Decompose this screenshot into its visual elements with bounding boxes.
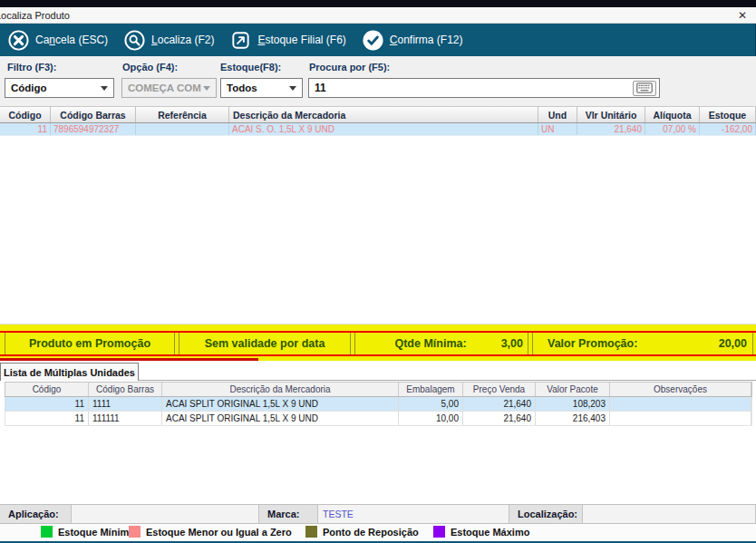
column-header[interactable]: Embalagem: [399, 383, 463, 396]
legend-reorder-point: Ponto de Reposição: [305, 526, 419, 538]
localizacao-field[interactable]: [582, 505, 756, 523]
keyboard-icon: [636, 82, 653, 93]
units-grid-header: Código Código Barras Descrição da Mercad…: [5, 382, 752, 397]
promo-status: Produto em Promoção: [5, 333, 175, 354]
search-icon: [123, 29, 146, 52]
filtro-select[interactable]: Código: [5, 78, 114, 98]
legend-max-stock: Estoque Máximo: [433, 526, 529, 538]
promo-value: Valor Promoção: 20,00: [532, 333, 753, 354]
branch-stock-button[interactable]: Estoque Filial (F6): [229, 29, 345, 52]
olive-swatch-icon: [305, 526, 317, 538]
salmon-swatch-icon: [129, 526, 141, 538]
results-grid: Código Código Barras Referência Descriçã…: [0, 106, 756, 325]
keyboard-button[interactable]: [633, 81, 656, 96]
opcao-label: Opção (F4):: [122, 62, 178, 73]
localiza-produto-window: Localiza Produto ✕ Cancela (ESC) Localiz…: [0, 0, 756, 543]
table-row[interactable]: 11 1111 ACAI SPLIT ORIGINAL 1,5L X 9 UND…: [5, 397, 752, 412]
promo-value-amount: 20,00: [719, 337, 747, 350]
opcao-select: COMEÇA COM: [121, 78, 217, 98]
tab-strip: Lista de Múltiplas Unidades: [0, 361, 756, 381]
search-button[interactable]: Localiza (F2): [123, 29, 214, 52]
confirm-button[interactable]: Confirma (F12): [362, 29, 463, 52]
close-icon[interactable]: ✕: [738, 10, 747, 21]
column-header[interactable]: Vlr Unitário: [577, 107, 645, 122]
estoque-label: Estoque(F8):: [220, 62, 281, 73]
aplicacao-field[interactable]: [71, 505, 259, 523]
promo-validity: Sem validade por data: [179, 333, 351, 354]
column-header[interactable]: Und: [538, 107, 577, 122]
legend-bar: Estoque Mínimo Estoque Menor ou Igual a …: [0, 524, 756, 541]
legend-stock-below-zero: Estoque Menor ou Igual a Zero: [129, 526, 292, 538]
branch-stock-icon: [229, 29, 252, 52]
column-header[interactable]: Código: [0, 107, 51, 122]
column-header[interactable]: Valor Pacote: [536, 383, 610, 396]
table-row[interactable]: 11 111111 ACAI SPLIT ORIGINAL 1,5L X 9 U…: [5, 412, 752, 426]
search-input[interactable]: 11: [308, 78, 660, 98]
aplicacao-label: Aplicação:: [0, 505, 71, 523]
marca-label: Marca:: [259, 505, 315, 523]
column-header[interactable]: Estoque: [700, 107, 756, 122]
green-swatch-icon: [41, 526, 53, 538]
column-header[interactable]: Código: [5, 383, 89, 396]
tab-multiple-units[interactable]: Lista de Múltiplas Unidades: [0, 363, 139, 381]
column-header[interactable]: Código Barras: [51, 107, 136, 122]
window-title: Localiza Produto: [0, 10, 70, 21]
cancel-button[interactable]: Cancela (ESC): [7, 29, 108, 52]
results-grid-header: Código Código Barras Referência Descriçã…: [0, 106, 756, 123]
estoque-select[interactable]: Todos: [220, 78, 303, 98]
column-header[interactable]: Preço Venda: [463, 383, 536, 396]
cancel-icon: [7, 29, 30, 52]
top-dark-strip: [0, 0, 756, 7]
column-header[interactable]: Descrição da Mercadoria: [162, 383, 399, 396]
chevron-down-icon: [101, 86, 108, 91]
column-header[interactable]: Observações: [610, 383, 751, 396]
multiple-units-page: Código Código Barras Descrição da Mercad…: [0, 381, 756, 504]
table-row[interactable]: 11 7896594972327 ACAI S. O. 1,5L X 9 UND…: [0, 123, 756, 136]
filter-bar: Filtro (F3): Opção (F4): Estoque(F8): Pr…: [0, 56, 756, 106]
column-header[interactable]: Descrição da Mercadoria: [229, 107, 538, 122]
chevron-down-icon: [203, 86, 210, 91]
units-grid: Código Código Barras Descrição da Mercad…: [5, 382, 752, 426]
confirm-icon: [362, 29, 384, 52]
marca-field[interactable]: TESTE: [317, 505, 509, 523]
promo-min-qty-value: 3,00: [501, 337, 523, 350]
column-header[interactable]: Referência: [136, 107, 229, 122]
toolbar: Cancela (ESC) Localiza (F2) Estoque Fili…: [0, 24, 756, 56]
footer-fields: Aplicação: Marca: TESTE Localização:: [0, 504, 756, 524]
column-header[interactable]: Alíquota: [645, 107, 700, 122]
legend-min-stock: Estoque Mínimo: [41, 526, 135, 538]
column-header[interactable]: Código Barras: [89, 383, 162, 396]
promo-min-qty: Qtde Mínima: 3,00: [354, 333, 528, 354]
localizacao-label: Localização:: [509, 505, 582, 523]
promotion-banner: Produto em Promoção Sem validade por dat…: [0, 325, 756, 361]
chevron-down-icon: [289, 86, 296, 91]
filtro-label: Filtro (F3):: [7, 62, 56, 73]
procura-label: Procura por (F5):: [309, 62, 390, 73]
purple-swatch-icon: [433, 526, 445, 538]
title-bar: Localiza Produto ✕: [0, 7, 756, 24]
